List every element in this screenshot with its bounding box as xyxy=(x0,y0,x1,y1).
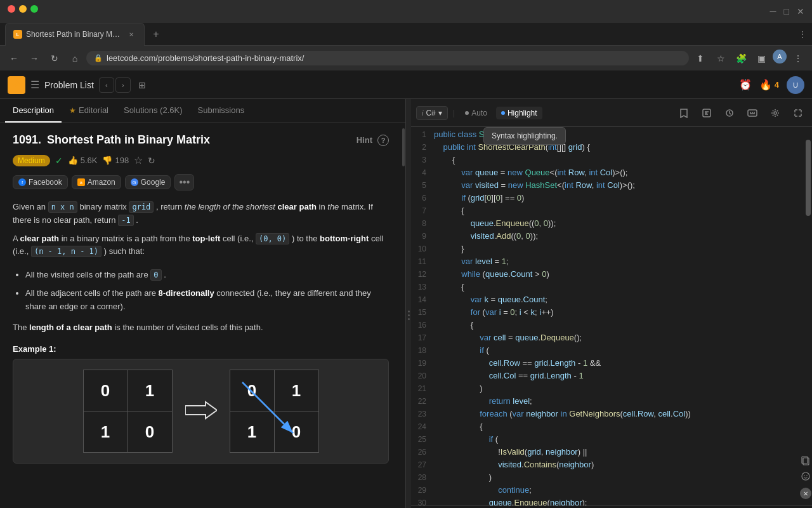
bookmark-star-icon[interactable]: ☆ xyxy=(712,50,730,67)
history-icon[interactable] xyxy=(721,104,738,122)
tab-solutions[interactable]: Solutions (2.6K) xyxy=(116,99,190,123)
code-line: 17 var cell = queue.Dequeue(); xyxy=(411,333,804,345)
bullet-item-2: All the adjacent cells of the path are 8… xyxy=(25,287,389,314)
bookmark-icon[interactable] xyxy=(675,104,693,122)
prev-problem-button[interactable]: ‹ xyxy=(99,77,114,93)
dismiss-icon[interactable]: ✕ xyxy=(800,488,811,499)
code-editor-area[interactable]: 1 public class Solution { 2 public int S… xyxy=(411,127,812,505)
company-tag-google[interactable]: G Google xyxy=(125,175,171,189)
auto-mode-button[interactable]: Auto xyxy=(460,107,492,119)
code-line: 30 queue.Enqueue(neighbor); xyxy=(411,498,804,505)
code-n-x-n: n x n xyxy=(48,201,77,213)
feedback-icon[interactable] xyxy=(801,471,811,483)
nav-back-button[interactable]: ← xyxy=(5,50,23,67)
streak-display: 🔥 4 xyxy=(759,79,779,91)
expand-icon[interactable] xyxy=(789,104,807,122)
length-description: The length of a clear path is the number… xyxy=(13,321,389,335)
company-tag-facebook[interactable]: f Facebook xyxy=(13,175,68,189)
tab-description[interactable]: Description xyxy=(5,99,62,123)
more-companies-button[interactable]: ••• xyxy=(174,174,194,190)
profile-icon[interactable]: A xyxy=(773,50,787,64)
bullet-item-1: All the visited cells of the path are 0 … xyxy=(25,269,389,282)
svg-point-6 xyxy=(774,112,776,114)
code-n1: (n - 1, n - 1) xyxy=(31,246,102,257)
browser-menu-dots-icon[interactable]: ⋮ xyxy=(789,50,807,67)
code-line: 19 cell.Row == grid.Length - 1 && xyxy=(411,358,804,371)
keyboard-shortcut-icon[interactable] xyxy=(743,104,761,122)
sidebar-icon[interactable]: ▣ xyxy=(752,50,770,67)
code-line: 29 continue; xyxy=(411,485,804,498)
problem-title-row: 1091. Shortest Path in Binary Matrix Hin… xyxy=(13,133,389,147)
code-line: 1 public class Solution { xyxy=(411,130,804,142)
grid-arrow xyxy=(185,401,217,422)
problem-nav-arrows: ‹ › xyxy=(99,77,131,93)
difficulty-badge: Medium xyxy=(13,155,50,166)
hint-label[interactable]: Hint xyxy=(357,135,372,145)
code-scrollbar-thumb[interactable] xyxy=(806,140,811,216)
copy-code-icon[interactable] xyxy=(801,455,811,467)
close-button[interactable] xyxy=(8,5,15,13)
fire-icon: 🔥 xyxy=(759,79,772,91)
tab-close-button[interactable]: ✕ xyxy=(126,29,136,39)
nav-refresh-button[interactable]: ↻ xyxy=(46,50,63,67)
code-line: 16 { xyxy=(411,320,804,333)
code-line: 7 { xyxy=(411,206,804,218)
code-line: 3 { xyxy=(411,155,804,168)
thumbs-down-icon: 👎 xyxy=(102,156,112,165)
company-tags: f Facebook a Amazon G Google ••• xyxy=(13,174,389,190)
code-line: 23 foreach (var neighbor in GetNeighbors… xyxy=(411,409,804,422)
pin-icon[interactable]: ⊞ xyxy=(138,80,146,90)
divider-dots xyxy=(408,311,410,320)
next-problem-button[interactable]: › xyxy=(115,77,131,93)
dislike-button[interactable]: 👎 198 xyxy=(102,156,129,165)
settings-icon[interactable] xyxy=(766,104,784,122)
company-tag-amazon[interactable]: a Amazon xyxy=(72,175,121,189)
minimize-button[interactable] xyxy=(19,5,27,13)
tab-submissions[interactable]: Submissions xyxy=(190,99,252,123)
window-close-icon[interactable]: ✕ xyxy=(797,6,804,17)
browser-tab[interactable]: L Shortest Path in Binary Matrix - L ✕ xyxy=(5,23,145,46)
code-line: 26 !IsValid(grid, neighbor) || xyxy=(411,447,804,460)
hamburger-icon[interactable]: ☰ xyxy=(30,79,39,91)
timer-icon[interactable]: ⏰ xyxy=(739,79,752,91)
svg-marker-0 xyxy=(185,402,217,418)
bullet-list: All the visited cells of the path are 0 … xyxy=(25,269,389,313)
tab-favicon: L xyxy=(13,30,22,39)
tab-editorial[interactable]: ★ Editorial xyxy=(62,99,116,123)
highlight-tooltip: Syntax highlighting. xyxy=(483,127,566,145)
share-icon[interactable]: ⬆ xyxy=(691,50,709,67)
nav-home-button[interactable]: ⌂ xyxy=(66,50,84,67)
lc-logo xyxy=(8,76,25,94)
hint-button[interactable]: ? xyxy=(377,135,389,146)
new-tab-button[interactable]: + xyxy=(147,25,165,43)
lang-info-icon: i xyxy=(422,109,423,117)
code-line: 13 { xyxy=(411,282,804,295)
example-title: Example 1: xyxy=(13,344,389,354)
problem-meta: Medium ✓ 👍 5.6K 👎 198 ☆ ↻ xyxy=(13,154,389,166)
nav-forward-button[interactable]: → xyxy=(25,50,43,67)
problem-title: 1091. Shortest Path in Binary Matrix xyxy=(13,133,210,147)
user-avatar[interactable]: U xyxy=(787,76,804,94)
code-zero: 0 xyxy=(150,269,161,281)
facebook-icon: f xyxy=(18,178,26,186)
amazon-icon: a xyxy=(77,178,85,186)
extensions-icon[interactable]: 🧩 xyxy=(732,50,750,67)
panel-divider[interactable] xyxy=(406,99,411,508)
svg-point-9 xyxy=(802,472,809,480)
code-line: 10 } xyxy=(411,244,804,257)
problem-list-link[interactable]: Problem List xyxy=(44,80,94,90)
language-selector[interactable]: i C# ▾ xyxy=(416,106,448,120)
window-minimize-icon[interactable]: ─ xyxy=(770,6,776,17)
browser-menu-icon[interactable]: ⋮ xyxy=(798,29,807,39)
highlight-mode-button[interactable]: Highlight Syntax highlighting. xyxy=(496,107,542,119)
star-button[interactable]: ☆ xyxy=(134,154,143,166)
lc-header: ☰ Problem List ‹ › ⊞ ⏰ 🔥 4 U xyxy=(0,71,812,99)
format-icon[interactable] xyxy=(698,104,716,122)
window-maximize-icon[interactable]: □ xyxy=(784,6,789,17)
code-line: 11 var level = 1; xyxy=(411,257,804,269)
refresh-button[interactable]: ↻ xyxy=(148,156,155,166)
address-bar[interactable]: 🔒 leetcode.com/problems/shortest-path-in… xyxy=(86,51,689,65)
code-scrollbar[interactable]: ✕ xyxy=(804,127,812,505)
like-button[interactable]: 👍 5.6K xyxy=(68,156,98,165)
maximize-button[interactable] xyxy=(30,5,38,13)
